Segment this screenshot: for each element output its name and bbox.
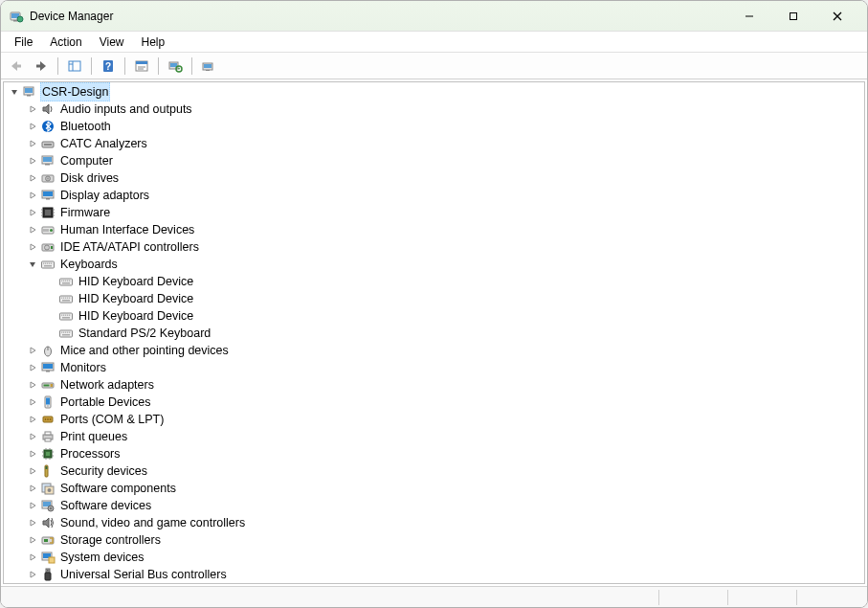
chevron-right-icon[interactable] xyxy=(26,154,39,168)
monitor-icon xyxy=(40,360,56,375)
tree-item-portable[interactable]: Portable Devices xyxy=(4,394,864,411)
toolbar-scan-hardware-button[interactable] xyxy=(164,56,187,77)
svg-rect-108 xyxy=(45,439,51,441)
tree-item-swcomp[interactable]: Software components xyxy=(4,480,864,497)
tree-item-audio[interactable]: Audio inputs and outputs xyxy=(4,101,864,118)
chevron-right-icon[interactable] xyxy=(26,102,39,116)
toolbar-help-button[interactable]: ? xyxy=(97,56,120,77)
chevron-right-icon[interactable] xyxy=(26,361,39,374)
tree-item-storage[interactable]: Storage controllers xyxy=(4,531,864,549)
svg-rect-90 xyxy=(62,334,70,336)
tree-item-catc[interactable]: CATC Analyzers xyxy=(4,135,864,152)
tree-item-display[interactable]: Display adaptors xyxy=(4,187,864,204)
tree-item-keyboard[interactable]: Keyboards xyxy=(4,256,864,273)
tree-item-monitor[interactable]: Monitors xyxy=(4,359,864,376)
tree-item-hid[interactable]: Human Interface Devices xyxy=(4,221,864,238)
chevron-right-icon[interactable] xyxy=(26,464,39,478)
menu-file[interactable]: File xyxy=(7,34,40,51)
chevron-right-icon[interactable] xyxy=(26,189,39,202)
tree-item-security[interactable]: Security devices xyxy=(4,462,864,480)
close-button[interactable] xyxy=(815,2,859,31)
toolbar-add-legacy-hardware-button[interactable] xyxy=(197,56,220,77)
menu-help[interactable]: Help xyxy=(134,34,173,51)
svg-rect-64 xyxy=(61,281,62,281)
menu-action[interactable]: Action xyxy=(42,34,89,51)
chevron-right-icon[interactable] xyxy=(26,499,39,512)
tree-item-printer[interactable]: Print queues xyxy=(4,428,864,445)
chevron-right-icon[interactable] xyxy=(26,430,39,443)
svg-rect-26 xyxy=(25,88,33,93)
tree-item-firmware[interactable]: Firmware xyxy=(4,204,864,221)
svg-rect-75 xyxy=(69,298,70,299)
tree-item-keyboard-child-1[interactable]: HID Keyboard Device xyxy=(4,290,864,307)
svg-rect-80 xyxy=(65,315,66,316)
chevron-down-icon[interactable] xyxy=(26,258,39,271)
toolbar-forward-button[interactable] xyxy=(30,56,53,77)
tree-item-port[interactable]: Ports (COM & LPT) xyxy=(4,411,864,428)
svg-rect-110 xyxy=(46,452,50,456)
disk-icon xyxy=(40,170,56,186)
chevron-down-icon[interactable] xyxy=(8,85,21,99)
tree-item-label: CSR-Design xyxy=(40,82,110,101)
tree-item-cpu[interactable]: Processors xyxy=(4,445,864,462)
tree-item-swdev[interactable]: Software devices xyxy=(4,497,864,514)
chevron-right-icon[interactable] xyxy=(26,395,39,409)
svg-rect-135 xyxy=(47,570,48,572)
svg-point-36 xyxy=(47,178,48,179)
svg-rect-129 xyxy=(44,539,48,542)
chevron-right-icon[interactable] xyxy=(26,378,39,392)
chevron-right-icon[interactable] xyxy=(26,413,39,426)
tree-item-disk[interactable]: Disk drives xyxy=(4,169,864,187)
computer-root-icon xyxy=(22,84,37,100)
chevron-right-icon[interactable] xyxy=(26,171,39,185)
chevron-right-icon[interactable] xyxy=(26,447,39,461)
svg-rect-61 xyxy=(51,263,52,264)
tree-item-root[interactable]: CSR-Design xyxy=(4,83,864,101)
minimize-button[interactable] xyxy=(727,2,771,31)
tree-item-label: Print queues xyxy=(58,428,129,445)
tree-item-keyboard-child-0[interactable]: HID Keyboard Device xyxy=(4,273,864,290)
svg-rect-23 xyxy=(204,64,211,68)
chevron-right-icon[interactable] xyxy=(26,568,39,581)
chevron-right-icon[interactable] xyxy=(26,516,39,529)
chevron-right-icon[interactable] xyxy=(26,206,39,219)
tree-item-bluetooth[interactable]: Bluetooth xyxy=(4,118,864,135)
device-tree[interactable]: CSR-DesignAudio inputs and outputsBlueto… xyxy=(3,81,865,584)
toolbar-show-hide-tree-button[interactable] xyxy=(63,56,86,77)
tree-item-computer[interactable]: Computer xyxy=(4,152,864,169)
tree-item-usb[interactable]: Universal Serial Bus controllers xyxy=(4,566,864,583)
toolbar-back-button[interactable] xyxy=(5,56,28,77)
svg-point-54 xyxy=(45,245,50,250)
tree-item-network[interactable]: Network adapters xyxy=(4,376,864,394)
toolbar-properties-button[interactable] xyxy=(130,56,153,77)
chevron-right-icon[interactable] xyxy=(26,240,39,254)
chevron-right-icon[interactable] xyxy=(26,551,39,564)
chevron-right-icon[interactable] xyxy=(26,482,39,495)
keyboard-icon xyxy=(58,291,74,306)
expander-empty xyxy=(44,327,57,340)
tree-item-keyboard-child-2[interactable]: HID Keyboard Device xyxy=(4,307,864,325)
tree-item-mouse[interactable]: Mice and other pointing devices xyxy=(4,342,864,359)
svg-rect-56 xyxy=(42,261,55,268)
chevron-right-icon[interactable] xyxy=(26,533,39,547)
menu-view[interactable]: View xyxy=(92,34,132,51)
chevron-right-icon[interactable] xyxy=(26,223,39,236)
svg-rect-87 xyxy=(65,332,66,333)
tree-item-label: Ports (COM & LPT) xyxy=(58,411,166,428)
tree-item-label: Bluetooth xyxy=(58,118,113,135)
tree-item-label: IDE ATA/ATAPI controllers xyxy=(58,238,201,256)
keyboard-icon xyxy=(58,326,74,341)
maximize-button[interactable] xyxy=(771,2,815,31)
tree-item-system[interactable]: System devices xyxy=(4,549,864,566)
swcomp-icon xyxy=(40,481,56,496)
chevron-right-icon[interactable] xyxy=(26,344,39,357)
tree-item-ide[interactable]: IDE ATA/ATAPI controllers xyxy=(4,238,864,256)
tree-item-sound[interactable]: Sound, video and game controllers xyxy=(4,514,864,531)
window: Device Manager File Action View Help xyxy=(0,0,868,608)
chevron-right-icon[interactable] xyxy=(26,120,39,133)
chevron-right-icon[interactable] xyxy=(26,137,39,150)
tree-item-keyboard-child-3[interactable]: Standard PS/2 Keyboard xyxy=(4,325,864,342)
svg-rect-100 xyxy=(46,398,50,405)
tree-item-label: Universal Serial Bus controllers xyxy=(58,566,229,583)
statusbar xyxy=(1,586,867,607)
